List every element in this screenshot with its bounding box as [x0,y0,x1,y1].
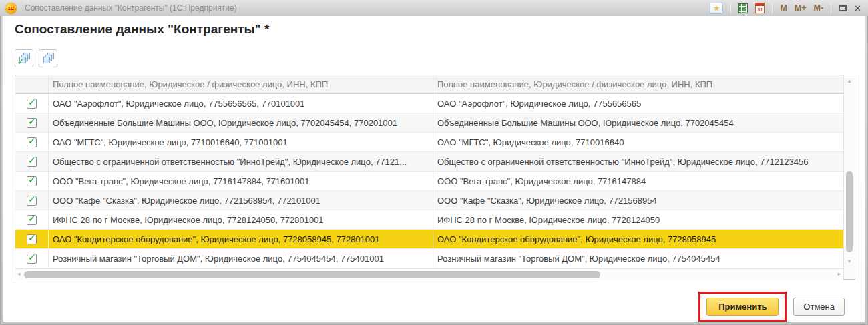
table-row[interactable]: ✓ ОАО "МГТС", Юридическое лицо, 77100166… [15,133,843,152]
toolbar: ✓ [15,49,57,67]
horizontal-scrollbar[interactable]: ◂ ▸ [15,268,843,280]
checkmark-icon: ✓ [28,97,36,107]
check-all-icon: ✓ [19,53,30,64]
maximize-button[interactable] [839,5,847,11]
table-row[interactable]: ✓ ООО "Кафе "Сказка", Юридическое лицо, … [15,191,843,210]
table-row[interactable]: ✓ ОАО "Аэрофлот", Юридическое лицо, 7755… [15,94,843,113]
row-left-text[interactable]: ОАО "МГТС", Юридическое лицо, 7710016640… [49,133,433,151]
page-title: Сопоставление данных "Контрагенты" * [15,22,269,37]
check-all-button[interactable]: ✓ [15,49,33,67]
memory-plus-button[interactable]: M+ [795,3,807,13]
cancel-button[interactable]: Отмена [793,298,845,316]
memory-minus-button[interactable]: M- [814,3,824,13]
row-left-text[interactable]: ОАО "Аэрофлот", Юридическое лицо, 775565… [49,94,433,113]
row-left-text[interactable]: Розничный магазин "Торговый ДОМ", Юридич… [49,249,433,268]
titlebar-separator [730,3,731,13]
row-left-text[interactable]: ООО "Вега-транс", Юридическое лицо, 7716… [49,172,433,190]
calculator-icon[interactable] [738,3,748,13]
checkmark-icon: ✓ [28,116,36,127]
table-row[interactable]: ✓ Общество с ограниченной ответственност… [15,152,843,172]
maximize-icon [839,5,847,11]
row-right-text[interactable]: Объединенные Большие Машины ООО, Юридиче… [433,113,843,132]
row-checkbox-cell: ✓ [15,172,49,190]
row-checkbox[interactable]: ✓ [27,157,37,167]
row-right-text[interactable]: ООО "Кафе "Сказка", Юридическое лицо, 77… [433,191,843,210]
scroll-left-icon[interactable]: ◂ [17,270,21,277]
row-checkbox-cell: ✓ [15,230,49,248]
titlebar-separator [831,3,831,13]
row-left-text[interactable]: ООО "Кафе "Сказка", Юридическое лицо, 77… [49,191,433,210]
mapping-table: Полное наименование, Юридическое / физич… [15,75,855,280]
scroll-up-icon[interactable]: ▲ [847,78,852,84]
checkmark-icon: ✓ [28,155,36,166]
annotation-highlight-box: Применить [698,292,787,322]
row-right-text[interactable]: ООО "Вега-транс", Юридическое лицо, 7716… [433,172,843,190]
row-right-text[interactable]: ОАО "Аэрофлот", Юридическое лицо, 775565… [433,94,843,113]
checkmark-icon: ✓ [28,194,36,204]
scroll-down-icon[interactable]: ▼ [847,258,852,264]
1c-logo-icon: 1С [5,3,17,14]
row-checkbox-cell: ✓ [15,191,49,210]
table-row[interactable]: ✓ Розничный магазин "Торговый ДОМ", Юрид… [15,249,843,268]
row-checkbox-cell: ✓ [15,249,49,268]
vertical-scrollbar[interactable]: ▲ ▼ [843,75,855,279]
row-checkbox[interactable]: ✓ [27,118,37,128]
checkmark-icon: ✓ [28,135,36,146]
row-left-text[interactable]: ИФНС 28 по г Москве, Юридическое лицо, 7… [49,210,433,229]
row-right-text[interactable]: ОАО "Кондитерское оборудование", Юридиче… [433,230,843,248]
table-row[interactable]: ✓ ИФНС 28 по г Москве, Юридическое лицо,… [15,210,843,230]
checkmark-icon: ✓ [28,174,36,185]
row-right-text[interactable]: ОАО "МГТС", Юридическое лицо, 7710016640 [433,133,843,151]
app-window: 1С Сопоставление данных "Контрагенты" (1… [0,0,868,325]
row-checkbox-cell: ✓ [15,210,49,229]
row-left-text[interactable]: Объединенные Большие Машины ООО, Юридиче… [49,113,433,132]
titlebar-separator [772,3,773,13]
table-row[interactable]: ✓ ООО "Вега-транс", Юридическое лицо, 77… [15,172,843,191]
row-checkbox[interactable]: ✓ [27,99,37,109]
row-right-text[interactable]: Общество с ограниченной ответственностью… [433,152,843,171]
row-checkbox-cell: ✓ [15,133,49,151]
row-left-text[interactable]: Общество с ограниченной ответственностью… [49,152,433,171]
dialog-content: Сопоставление данных "Контрагенты" * ✓ П… [3,16,865,322]
title-bar: 1С Сопоставление данных "Контрагенты" (1… [0,0,868,16]
vertical-scrollbar-thumb[interactable] [846,171,853,252]
checkmark-icon: ✓ [28,213,36,224]
memory-recall-button[interactable]: M [780,3,787,13]
dialog-footer: Применить Отмена [698,292,845,322]
row-checkbox[interactable]: ✓ [27,137,37,147]
row-checkbox[interactable]: ✓ [27,254,37,264]
header-right-column[interactable]: Полное наименование, Юридическое / физич… [433,75,843,93]
row-left-text[interactable]: ОАО "Кондитерское оборудование", Юридиче… [49,230,433,248]
scroll-right-icon[interactable]: ▸ [837,270,841,277]
table-row[interactable]: ✓ ОАО "Кондитерское оборудование", Юриди… [15,230,843,249]
table-body: ✓ ОАО "Аэрофлот", Юридическое лицо, 7755… [15,94,843,268]
row-checkbox-cell: ✓ [15,113,49,132]
checkmark-icon: ✓ [28,252,36,262]
header-left-column[interactable]: Полное наименование, Юридическое / физич… [49,75,433,93]
row-checkbox[interactable]: ✓ [27,215,37,225]
row-checkbox[interactable]: ✓ [27,176,37,186]
row-right-text[interactable]: ИФНС 28 по г Москве, Юридическое лицо, 7… [433,210,843,229]
apply-button[interactable]: Применить [706,298,779,316]
calendar-icon[interactable]: 31 [755,3,765,13]
window-title: Сопоставление данных "Контрагенты" (1С:П… [25,3,710,13]
uncheck-all-icon [43,53,54,64]
header-checkbox-cell [15,75,49,93]
checkmark-icon: ✓ [28,232,36,243]
close-button[interactable]: ✕ [854,3,861,13]
row-checkbox-cell: ✓ [15,152,49,171]
row-right-text[interactable]: Розничный магазин "Торговый ДОМ", Юридич… [433,249,843,268]
row-checkbox[interactable]: ✓ [27,234,37,244]
uncheck-all-button[interactable] [39,49,57,67]
horizontal-scrollbar-thumb[interactable] [24,271,600,278]
favorites-star-icon[interactable]: ★ [710,3,723,14]
row-checkbox-cell: ✓ [15,94,49,113]
table-header-row: Полное наименование, Юридическое / физич… [15,75,843,94]
table-row[interactable]: ✓ Объединенные Большие Машины ООО, Юриди… [15,113,843,133]
row-checkbox[interactable]: ✓ [27,196,37,206]
